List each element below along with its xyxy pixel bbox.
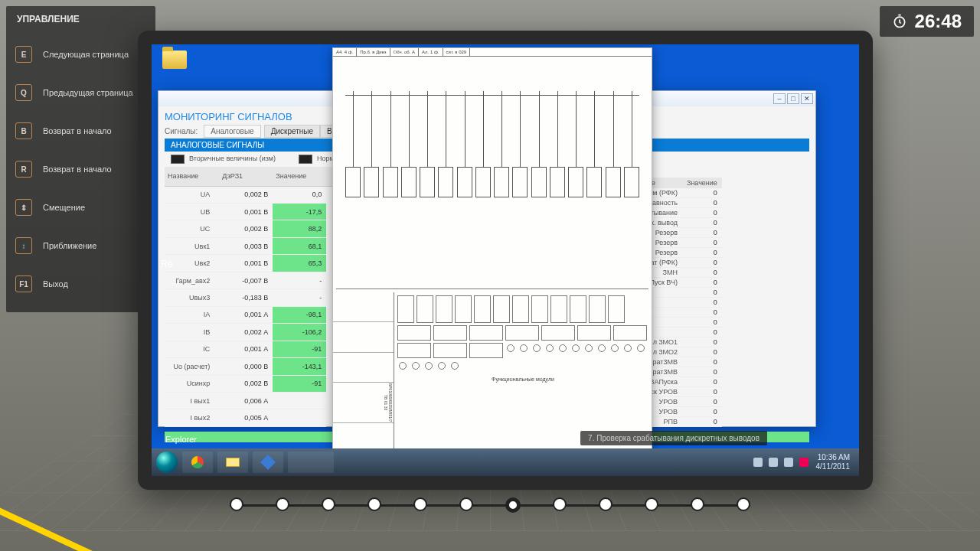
table-row: I вых10,006 А (165, 392, 333, 409)
table-row: IC0,001 А-91 (165, 341, 333, 357)
key-icon: Q (15, 84, 32, 101)
table-row: UC0,002 В88,2 (165, 220, 333, 237)
hud-item[interactable]: ↕Приближение (6, 227, 155, 265)
schematic-document[interactable]: А4. 4 ф.Пр.б. в ДиезОбч. об. ААл. 1 ф.си… (332, 47, 652, 476)
table-row: IA0,001 А-98,1 (165, 306, 333, 323)
system-tray (753, 458, 812, 467)
start-button[interactable] (156, 452, 178, 473)
table-row: Uвк20,001 В65,3 (165, 255, 333, 272)
timeline-step[interactable] (322, 497, 335, 511)
taskbar: 10:36 AM4/11/2011 (152, 448, 859, 476)
timer-display: 26:48 (880, 6, 974, 37)
table-row: UA0,002 В0,0 (165, 186, 333, 203)
tray-network-icon[interactable] (769, 458, 778, 467)
hud-item[interactable]: QПредыдущая страница (6, 73, 155, 112)
table-row: Uсинхр0,002 В-91 (165, 375, 333, 392)
hud-label: Смещение (43, 203, 85, 212)
laptop-bezel: – □ ✕ МОНИТОРИНГ СИГНАЛОВ Сигналы: Анало… (138, 31, 873, 490)
controls-hud: УПРАВЛЕНИЕ EСледующая страницаQПредыдуща… (6, 6, 155, 312)
maximize-button[interactable]: □ (787, 93, 799, 104)
timeline-step[interactable] (737, 497, 750, 511)
timeline-step[interactable] (230, 497, 243, 511)
key-icon: ⇕ (15, 199, 32, 216)
taskbar-explorer-icon[interactable] (217, 452, 248, 473)
stopwatch-icon (892, 14, 907, 29)
hud-label: Следующая страница (43, 50, 129, 59)
taskbar-app-icon[interactable] (253, 452, 283, 473)
table-row: UB0,001 В-17,5 (165, 204, 333, 220)
key-icon: R (15, 161, 32, 178)
hud-label: Предыдущая страница (43, 88, 133, 97)
task-hint: 7. Проверка срабатывания дискретных выво… (580, 431, 767, 445)
key-icon: E (15, 46, 32, 63)
timeline-step[interactable] (413, 497, 427, 511)
close-button[interactable]: ✕ (801, 93, 813, 104)
key-icon: B (15, 122, 32, 139)
table-row: I вых20,005 А (165, 409, 333, 427)
table-row: Гарм_авх2-0,007 В- (165, 272, 333, 289)
signal-tab[interactable]: Аналоговые (204, 125, 260, 138)
doc-number: БР01065/6535Л/851/7 ТВ 01 33 (333, 383, 394, 423)
hud-item[interactable]: BВозврат в начало (6, 112, 155, 150)
timeline-step[interactable] (553, 497, 567, 511)
timer-value: 26:48 (915, 11, 962, 32)
table-row: Uo (расчет)0,000 В-143,1 (165, 358, 333, 375)
hud-item[interactable]: RВозврат в начало (6, 150, 155, 188)
timeline-step[interactable] (505, 497, 521, 513)
hud-label: Выход (43, 279, 68, 289)
analog-signals-table: НазваниеДзРЗ1ЗначениеUA0,002 В0,0UB0,001… (165, 167, 333, 427)
timeline-step[interactable] (459, 497, 473, 511)
hud-title: УПРАВЛЕНИЕ (6, 6, 155, 35)
timeline-step[interactable] (645, 497, 658, 511)
legend-item: Вторичные величины (изм) (189, 155, 276, 162)
tray-flag-icon[interactable] (753, 458, 763, 467)
table-row: Uвых3-0,183 В- (165, 289, 333, 306)
tray-volume-icon[interactable] (784, 458, 793, 467)
laptop-screen[interactable]: – □ ✕ МОНИТОРИНГ СИГНАЛОВ Сигналы: Анало… (152, 44, 859, 476)
doc-subtitle: Функциональные модули (397, 377, 648, 382)
key-icon: ↕ (15, 237, 32, 254)
hud-label: Приближение (43, 241, 96, 250)
key-icon: F1 (15, 276, 32, 292)
hud-item[interactable]: F1Выход (6, 265, 155, 303)
desktop-label: Re (161, 259, 172, 269)
tabs-label: Сигналы: (165, 127, 198, 135)
timeline-step[interactable] (599, 497, 612, 511)
timeline-step[interactable] (368, 497, 381, 511)
desktop-folder-icon[interactable] (162, 51, 193, 81)
doc-header: А4. 4 ф.Пр.б. в ДиезОбч. об. ААл. 1 ф.си… (333, 48, 652, 57)
taskbar-chrome-icon[interactable] (182, 452, 213, 473)
tray-shield-icon[interactable] (799, 458, 808, 467)
step-timeline (230, 497, 750, 513)
hud-item[interactable]: EСледующая страница (6, 35, 155, 73)
hud-item[interactable]: ⇕Смещение (6, 188, 155, 227)
laptop: – □ ✕ МОНИТОРИНГ СИГНАЛОВ Сигналы: Анало… (138, 31, 873, 520)
hud-label: Возврат в начало (43, 165, 112, 174)
hud-label: Возврат в начало (43, 126, 112, 135)
schematic-area (336, 60, 648, 289)
table-row: Uвк10,003 В68,1 (165, 237, 333, 254)
taskbar-clock[interactable]: 10:36 AM4/11/2011 (816, 453, 855, 471)
explorer-label: Explorer (165, 435, 197, 444)
timeline-step[interactable] (276, 497, 289, 511)
taskbar-running-app[interactable] (288, 452, 334, 473)
minimize-button[interactable]: – (773, 93, 786, 104)
signal-tab[interactable]: Дискретные (264, 125, 320, 138)
table-row: IB0,002 А-106,2 (165, 324, 333, 341)
timeline-step[interactable] (691, 497, 704, 511)
